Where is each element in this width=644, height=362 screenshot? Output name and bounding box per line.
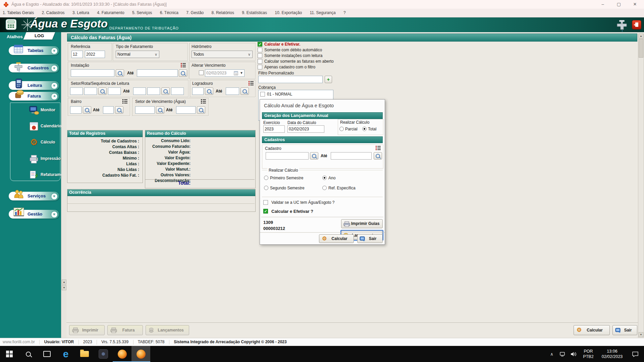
sequencia-to-input[interactable]: [171, 87, 184, 95]
banner-exit-button[interactable]: [632, 20, 641, 29]
calcular-efetivar-checkbox[interactable]: ✓: [258, 42, 262, 47]
form-vertical-scrollbar[interactable]: ▲ ▼: [638, 34, 644, 338]
alterar-vencimento-checkbox[interactable]: [199, 70, 204, 75]
add-filter-button[interactable]: +: [325, 76, 332, 83]
fatura-button[interactable]: Fatura: [107, 325, 143, 335]
sidebar-item-impressao[interactable]: Impressão: [10, 152, 59, 167]
referencia-year-input[interactable]: [85, 51, 105, 58]
scrollbar-thumb[interactable]: [639, 39, 643, 58]
sair-main-button[interactable]: Sair: [612, 325, 637, 335]
filtro-personalizado-input[interactable]: [258, 76, 323, 83]
fiorilli-app-button-1[interactable]: [113, 346, 131, 362]
volume-button[interactable]: [568, 346, 579, 362]
calcular-efetivar-dialog-checkbox[interactable]: ✓: [263, 209, 268, 214]
menu-leitura[interactable]: 3. Leitura: [72, 9, 89, 17]
media-app-button[interactable]: [94, 346, 113, 362]
cadastro-to-input[interactable]: [331, 152, 372, 160]
chevron-down-icon[interactable]: »: [51, 48, 58, 54]
calcular-dialog-button[interactable]: ⚙ Calcular: [319, 234, 354, 243]
setor-vencimento-from-input[interactable]: [135, 106, 155, 114]
list-icon[interactable]: [180, 63, 186, 68]
chevron-down-icon[interactable]: »: [51, 193, 58, 200]
start-button[interactable]: [0, 346, 19, 362]
validar-uc-checkbox[interactable]: [263, 200, 268, 205]
menu-cadastros[interactable]: 2. Cadastros: [42, 9, 65, 17]
parcial-radio[interactable]: [339, 127, 344, 131]
edge-taskbar-button[interactable]: e: [56, 346, 75, 362]
menu-help[interactable]: ?: [343, 9, 346, 17]
minimize-button[interactable]: –: [595, 0, 610, 9]
logradouro-from-input[interactable]: [192, 87, 204, 95]
fiorilli-app-button-2[interactable]: [131, 346, 150, 362]
list-icon[interactable]: [201, 99, 206, 104]
imprimir-button[interactable]: Imprimir: [69, 325, 105, 335]
list-icon[interactable]: [122, 99, 128, 104]
menu-tecnica[interactable]: 6. Técnica: [160, 9, 178, 17]
task-view-button[interactable]: [38, 346, 56, 362]
apenas-filtro-checkbox[interactable]: [258, 65, 262, 69]
clock-indicator[interactable]: 13:06 02/02/2023: [598, 346, 627, 362]
setor-vencimento-to-search-button[interactable]: [197, 106, 205, 114]
language-indicator[interactable]: POR PTB2: [580, 346, 597, 362]
instalacao-to-search-button[interactable]: [179, 69, 187, 77]
sidebar-item-calculo[interactable]: ⚙ Cálculo: [10, 136, 59, 150]
scroll-up-arrow[interactable]: ▲: [62, 280, 66, 285]
instalacao-from-input[interactable]: [71, 69, 114, 77]
bairro-to-search-button[interactable]: [115, 106, 123, 114]
primeiro-semestre-radio[interactable]: [264, 176, 268, 180]
tipo-faturamento-select[interactable]: Normal ∨: [116, 51, 159, 58]
data-calculo-input[interactable]: [287, 125, 324, 133]
scroll-up-arrow[interactable]: ▲: [639, 34, 643, 39]
chevron-down-icon[interactable]: »: [51, 211, 58, 218]
taskbar-search-button[interactable]: [19, 346, 38, 362]
ref-especifica-radio[interactable]: [322, 186, 327, 190]
setor-rota-from-search-button[interactable]: [98, 87, 107, 95]
tray-display-button[interactable]: [557, 346, 568, 362]
total-radio[interactable]: [362, 127, 367, 131]
chevron-down-icon[interactable]: ▼: [240, 70, 243, 76]
menu-exportacao[interactable]: 10. Exportação: [275, 9, 302, 17]
setor-vencimento-to-input[interactable]: [176, 106, 196, 114]
sair-dialog-button[interactable]: Sair: [357, 234, 383, 243]
imprimir-guias-button[interactable]: Imprimir Guias: [341, 219, 383, 228]
logradouro-to-search-button[interactable]: [240, 87, 249, 95]
sidebar-tab-atalhos[interactable]: Atalhos: [7, 34, 23, 39]
sidebar-tab-log[interactable]: LOG: [23, 32, 55, 40]
sidebar-item-monitor[interactable]: Monitor: [10, 104, 59, 118]
instalacao-from-search-button[interactable]: [116, 69, 124, 77]
menu-servicos[interactable]: 5. Serviços: [132, 9, 152, 17]
sidebar-item-refaturamento[interactable]: Refaturamento: [10, 168, 59, 183]
sequencia-from-input[interactable]: [108, 87, 121, 95]
setor-to-input[interactable]: [133, 87, 146, 95]
cadastro-from-search-button[interactable]: [310, 152, 318, 160]
somente-debito-checkbox[interactable]: [258, 48, 262, 52]
chevron-up-icon[interactable]: »: [51, 93, 58, 100]
setor-vencimento-from-search-button[interactable]: [156, 106, 164, 114]
setor-rota-to-search-button[interactable]: [161, 87, 170, 95]
menu-relatorios[interactable]: 8. Relatórios: [212, 9, 234, 17]
close-button[interactable]: ✕: [627, 0, 643, 9]
chevron-down-icon[interactable]: »: [51, 65, 58, 72]
bairro-from-input[interactable]: [70, 106, 82, 114]
cadastro-to-search-button[interactable]: [374, 152, 382, 160]
list-icon[interactable]: [248, 81, 254, 86]
setor-from-input[interactable]: [70, 87, 83, 95]
exercicio-input[interactable]: [263, 125, 285, 133]
hidrometro-select[interactable]: Todos ∨: [192, 51, 253, 58]
tray-expand-button[interactable]: ∧: [547, 346, 557, 362]
ano-radio[interactable]: [322, 176, 327, 180]
list-icon[interactable]: [375, 145, 381, 150]
menu-gestao[interactable]: 7. Gestão: [186, 9, 204, 17]
sidebar-item-calendario[interactable]: Calendário: [10, 120, 59, 134]
menu-estatisticas[interactable]: 9. Estatísticas: [242, 9, 267, 17]
calcular-main-button[interactable]: ⚙ Calcular: [574, 325, 610, 335]
bairro-to-input[interactable]: [103, 106, 114, 114]
cadastro-from-input[interactable]: [266, 152, 309, 160]
rota-to-input[interactable]: [147, 87, 160, 95]
menu-seguranca[interactable]: 11. Segurança: [310, 9, 335, 17]
scroll-down-arrow[interactable]: ▼: [639, 332, 643, 337]
chevron-down-icon[interactable]: »: [51, 82, 58, 89]
scroll-down-arrow[interactable]: ▼: [62, 285, 66, 290]
segundo-semestre-radio[interactable]: [264, 186, 268, 190]
logradouro-from-search-button[interactable]: [205, 87, 213, 95]
